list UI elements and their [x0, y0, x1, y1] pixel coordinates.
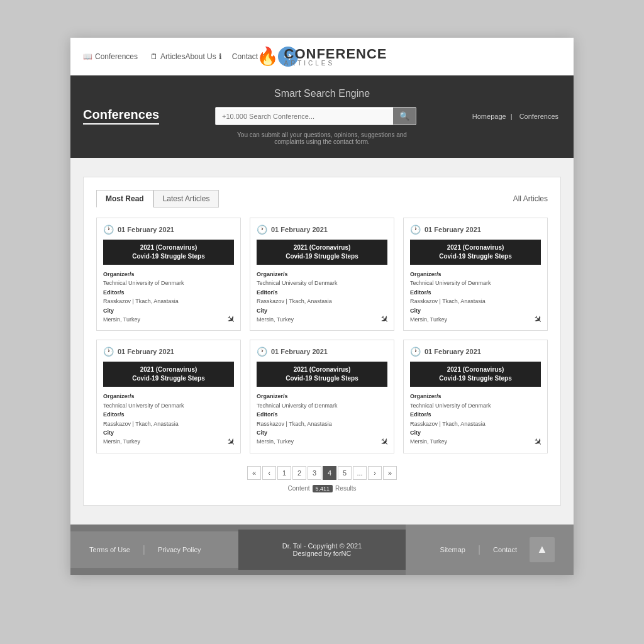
clock-icon: 🕐 [103, 347, 114, 357]
card-info: Organizer/s Technical University of Denm… [257, 392, 387, 446]
footer-designed: Designed by forNC [257, 550, 387, 557]
card-date: 🕐 01 February 2021 [257, 347, 387, 357]
pagination-page[interactable]: ... [353, 466, 367, 480]
header-nav-wrapper: 📖 Conferences 🗒 Articles 🔥 CONFERENCE AR… [83, 47, 561, 67]
search-bar: 🔍 [215, 107, 416, 125]
card-title: 2021 (Coronavirus)Covid-19 Struggle Step… [410, 240, 541, 265]
nav-about-link[interactable]: About Us ℹ [185, 52, 221, 61]
card-info: Organizer/s Technical University of Denm… [103, 270, 234, 324]
content-box: Most Read Latest Articles All Articles 🕐… [83, 177, 561, 506]
footer-center: Dr. Tol - Copyright © 2021 Designed by f… [238, 530, 406, 570]
tabs-row: Most Read Latest Articles All Articles [96, 190, 548, 208]
footer: Terms of Use | Privacy Policy Dr. Tol - … [70, 525, 574, 575]
results-text: Content 5,411 Results [96, 485, 548, 492]
pagination-first[interactable]: « [247, 466, 261, 480]
banner-sub-text: You can submit all your questions, opini… [83, 131, 561, 145]
footer-sitemap-link[interactable]: Sitemap [440, 546, 465, 553]
card-info: Organizer/s Technical University of Denm… [103, 392, 234, 446]
banner-content: Conferences 🔍 Homepage | Conferences [83, 107, 561, 125]
footer-left: Terms of Use | Privacy Policy [70, 531, 238, 568]
footer-privacy-link[interactable]: Privacy Policy [158, 546, 201, 553]
article-card[interactable]: 🕐 01 February 2021 2021 (Coronavirus)Cov… [250, 340, 394, 453]
card-info: Organizer/s Technical University of Denm… [410, 270, 541, 324]
search-engine-title: Smart Search Engine [83, 88, 561, 99]
footer-copyright: Dr. Tol - Copyright © 2021 [257, 542, 387, 550]
nav-articles-link[interactable]: 🗒 Articles [150, 52, 185, 61]
footer-terms-link[interactable]: Terms of Use [89, 546, 130, 553]
article-card[interactable]: 🕐 01 February 2021 2021 (Coronavirus)Cov… [96, 340, 241, 453]
footer-main: Terms of Use | Privacy Policy Dr. Tol - … [70, 525, 574, 575]
tab-latest-articles[interactable]: Latest Articles [153, 190, 219, 208]
card-title: 2021 (Coronavirus)Covid-19 Struggle Step… [103, 362, 234, 387]
footer-right: Sitemap | Contact ▲ [406, 525, 574, 575]
nav-contact-label: Contact [232, 52, 258, 61]
card-title: 2021 (Coronavirus)Covid-19 Struggle Step… [257, 240, 387, 265]
results-suffix: Results [335, 485, 356, 492]
tabs: Most Read Latest Articles [96, 190, 219, 208]
article-card[interactable]: 🕐 01 February 2021 2021 (Coronavirus)Cov… [250, 218, 394, 331]
clock-icon: 🕐 [103, 225, 114, 235]
nav-articles-label: Articles [160, 52, 185, 61]
book-icon: 📖 [83, 52, 92, 61]
article-card[interactable]: 🕐 01 February 2021 2021 (Coronavirus)Cov… [96, 218, 241, 331]
clock-icon: 🕐 [257, 347, 267, 357]
logo-text: CONFERENCE ARTICLES [284, 46, 387, 67]
pagination-page[interactable]: 1 [277, 466, 291, 480]
page-wrapper: 📖 Conferences 🗒 Articles 🔥 CONFERENCE AR… [70, 38, 574, 575]
card-date: 🕐 01 February 2021 [410, 225, 541, 235]
main-content: Most Read Latest Articles All Articles 🕐… [70, 158, 574, 525]
clock-icon: 🕐 [257, 225, 267, 235]
pagination: «‹12345...›» [96, 466, 548, 480]
back-to-top-button[interactable]: ▲ [530, 537, 555, 562]
pagination-page[interactable]: 5 [338, 466, 352, 480]
breadcrumb: Homepage | Conferences [472, 113, 561, 120]
pagination-page[interactable]: 2 [292, 466, 306, 480]
articles-icon: 🗒 [150, 52, 158, 61]
conferences-heading: Conferences [83, 108, 159, 125]
card-title: 2021 (Coronavirus)Covid-19 Struggle Step… [410, 362, 541, 387]
header-logo: 🔥 CONFERENCE ARTICLES [257, 46, 387, 67]
footer-divider-2: | [478, 544, 480, 555]
breadcrumb-sep: | [511, 113, 513, 120]
footer-contact-link[interactable]: Contact [493, 546, 517, 553]
article-card[interactable]: 🕐 01 February 2021 2021 (Coronavirus)Cov… [403, 340, 548, 453]
nav-about-label: About Us [185, 52, 216, 61]
breadcrumb-current: Conferences [519, 113, 558, 120]
results-prefix: Content [288, 485, 310, 492]
pagination-page[interactable]: 4 [323, 466, 336, 480]
clock-icon: 🕐 [410, 347, 421, 357]
pagination-page[interactable]: 3 [308, 466, 321, 480]
logo-icon: 🔥 [257, 46, 279, 67]
card-info: Organizer/s Technical University of Denm… [257, 270, 387, 324]
pagination-last[interactable]: » [383, 466, 397, 480]
info-icon: ℹ [219, 52, 222, 61]
breadcrumb-home[interactable]: Homepage [472, 113, 506, 120]
card-title: 2021 (Coronavirus)Covid-19 Struggle Step… [103, 240, 234, 265]
nav-conferences-link[interactable]: 📖 Conferences [83, 52, 138, 61]
results-badge: 5,411 [313, 485, 333, 492]
pagination-prev[interactable]: ‹ [262, 466, 276, 480]
footer-divider-1: | [143, 544, 145, 555]
tab-most-read[interactable]: Most Read [96, 190, 153, 208]
card-info: Organizer/s Technical University of Denm… [410, 392, 541, 446]
header: 📖 Conferences 🗒 Articles 🔥 CONFERENCE AR… [70, 38, 574, 75]
card-date: 🕐 01 February 2021 [103, 225, 234, 235]
card-title: 2021 (Coronavirus)Covid-19 Struggle Step… [257, 362, 387, 387]
cards-grid: 🕐 01 February 2021 2021 (Coronavirus)Cov… [96, 218, 548, 453]
clock-icon: 🕐 [410, 225, 421, 235]
all-articles-link[interactable]: All Articles [513, 194, 548, 203]
header-left: 📖 Conferences 🗒 Articles [83, 52, 185, 61]
article-card[interactable]: 🕐 01 February 2021 2021 (Coronavirus)Cov… [403, 218, 548, 331]
dark-banner: Smart Search Engine Conferences 🔍 Homepa… [70, 75, 574, 158]
nav-conferences-label: Conferences [95, 52, 138, 61]
pagination-next[interactable]: › [368, 466, 382, 480]
search-input[interactable] [216, 109, 393, 124]
card-date: 🕐 01 February 2021 [103, 347, 234, 357]
card-date: 🕐 01 February 2021 [410, 347, 541, 357]
search-button[interactable]: 🔍 [393, 108, 416, 125]
card-date: 🕐 01 February 2021 [257, 225, 387, 235]
